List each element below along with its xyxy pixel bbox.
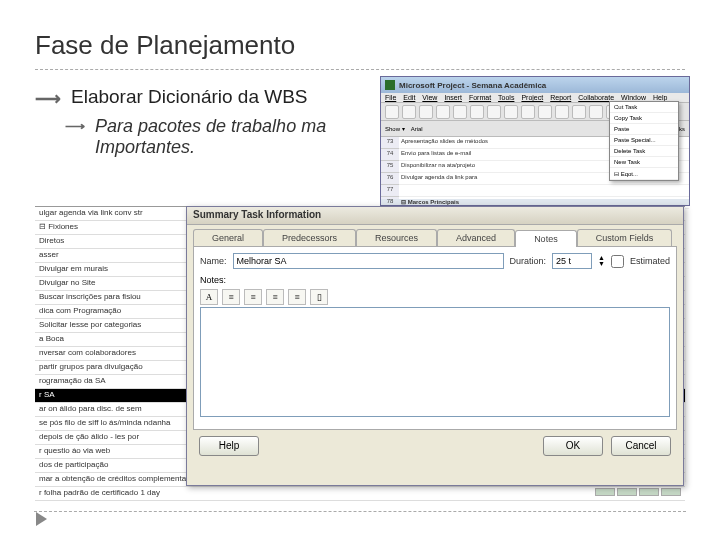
row-label: rogramação da SA (39, 376, 106, 387)
toolbar-button[interactable] (385, 105, 399, 119)
toolbar-button[interactable] (504, 105, 518, 119)
estimated-checkbox[interactable] (611, 255, 624, 268)
row-label: nversar com colaboradores (39, 348, 136, 359)
tab-custom-fields[interactable]: Custom Fields (577, 229, 673, 246)
context-menu[interactable]: Cut Task Copy Task Paste Paste Special..… (609, 101, 679, 181)
gantt-bars (595, 488, 681, 499)
dialog-title: Summary Task Information (187, 207, 683, 225)
menu-collaborate[interactable]: Collaborate (578, 94, 614, 101)
row-label: depois de ção álido - les por (39, 432, 139, 443)
task-row[interactable] (399, 185, 689, 197)
estimated-label: Estimated (630, 256, 670, 266)
toolbar-button[interactable] (589, 105, 603, 119)
menu-edit[interactable]: Edit (403, 94, 415, 101)
dialog-notes-panel: Name: Duration: ▲▼ Estimated Notes: A ≡ … (193, 246, 677, 430)
menu-help[interactable]: Help (653, 94, 667, 101)
row-label: r folha padrão de certificado 1 day (39, 488, 160, 499)
align-left-icon[interactable]: ≡ (222, 289, 240, 305)
tab-general[interactable]: General (193, 229, 263, 246)
table-row[interactable]: r folha padrão de certificado 1 day (35, 487, 685, 501)
toolbar-button[interactable] (555, 105, 569, 119)
row-num: 76 (381, 173, 399, 185)
menu-insert[interactable]: Insert (444, 94, 462, 101)
toolbar-button[interactable] (470, 105, 484, 119)
align-right-icon[interactable]: ≡ (266, 289, 284, 305)
cancel-button[interactable]: Cancel (611, 436, 671, 456)
duration-input[interactable] (552, 253, 592, 269)
name-row: Name: Duration: ▲▼ Estimated (200, 253, 670, 269)
name-input[interactable] (233, 253, 504, 269)
toolbar-button[interactable] (487, 105, 501, 119)
menu-file[interactable]: File (385, 94, 396, 101)
project-titlebar: Microsoft Project - Semana Acadêmica (381, 77, 689, 93)
toolbar-button[interactable] (572, 105, 586, 119)
bullet-icon: ⟶ (35, 88, 61, 110)
help-button[interactable]: Help (199, 436, 259, 456)
tab-resources[interactable]: Resources (356, 229, 437, 246)
sub-bullet-text: Para pacotes de trabalho ma (95, 116, 326, 137)
row-label: dos de participação (39, 460, 108, 471)
row-label: Buscar inscrições para fisiou (39, 292, 141, 303)
slide-title: Fase de Planejamento (35, 30, 685, 61)
row-numbers: 73 74 75 76 77 78 (381, 137, 399, 199)
font-dropdown[interactable]: Arial (411, 126, 423, 132)
dialog-footer: Help OK Cancel (187, 430, 683, 462)
menu-window[interactable]: Window (621, 94, 646, 101)
sub-bullet-text-2: Importantes. (95, 137, 326, 158)
ms-project-window: Microsoft Project - Semana Acadêmica Fil… (380, 76, 690, 206)
row-label: Diretos (39, 236, 64, 247)
bullet-text: Elaborar Dicionário da WBS (71, 86, 308, 108)
menu-report[interactable]: Report (550, 94, 571, 101)
context-item-cut[interactable]: Cut Task (610, 102, 678, 113)
notes-label: Notes: (200, 275, 670, 285)
summary-task-dialog: Summary Task Information General Predece… (186, 206, 684, 486)
show-dropdown[interactable]: Show ▾ (385, 125, 405, 132)
row-label: ar on álido para disc. de sem (39, 404, 142, 415)
project-title-text: Microsoft Project - Semana Acadêmica (399, 81, 546, 90)
align-center-icon[interactable]: ≡ (244, 289, 262, 305)
tab-predecessors[interactable]: Predecessors (263, 229, 356, 246)
dialog-tabs: General Predecessors Resources Advanced … (187, 225, 683, 246)
row-label: a Boca (39, 334, 64, 345)
menu-format[interactable]: Format (469, 94, 491, 101)
context-item-eqot[interactable]: ⊟ Eqot... (610, 168, 678, 180)
row-num: 75 (381, 161, 399, 173)
toolbar-button[interactable] (402, 105, 416, 119)
insert-object-icon[interactable]: ▯ (310, 289, 328, 305)
toolbar-button[interactable] (453, 105, 467, 119)
row-label: Divulgar no Site (39, 278, 95, 289)
context-item-delete[interactable]: Delete Task (610, 146, 678, 157)
context-item-paste[interactable]: Paste (610, 124, 678, 135)
ok-button[interactable]: OK (543, 436, 603, 456)
menu-project[interactable]: Project (521, 94, 543, 101)
play-triangle-icon (36, 512, 47, 526)
context-item-copy[interactable]: Copy Task (610, 113, 678, 124)
duration-label: Duration: (510, 256, 547, 266)
name-label: Name: (200, 256, 227, 266)
context-item-new[interactable]: New Task (610, 157, 678, 168)
tab-notes[interactable]: Notes (515, 230, 577, 247)
font-button[interactable]: A (200, 289, 218, 305)
bullet-list-icon[interactable]: ≡ (288, 289, 306, 305)
duration-spinner[interactable]: ▲▼ (598, 255, 605, 267)
row-num: 74 (381, 149, 399, 161)
project-app-icon (385, 80, 395, 90)
tab-advanced[interactable]: Advanced (437, 229, 515, 246)
row-label: Divulgar em murais (39, 264, 108, 275)
row-label: ulgar agenda via link conv str (39, 208, 143, 219)
title-divider (35, 69, 685, 70)
context-item-paste-special[interactable]: Paste Special... (610, 135, 678, 146)
sub-bullet-icon: ⟶ (65, 118, 85, 134)
row-label: partir grupos para divulgação (39, 362, 143, 373)
toolbar-button[interactable] (538, 105, 552, 119)
row-label: ⊟ Fixiones (39, 222, 78, 233)
notes-textarea[interactable] (200, 307, 670, 417)
row-label: dica com Programação (39, 306, 121, 317)
row-label: Solicitar lesse por categorias (39, 320, 141, 331)
toolbar-button[interactable] (436, 105, 450, 119)
menu-tools[interactable]: Tools (498, 94, 514, 101)
toolbar-button[interactable] (419, 105, 433, 119)
toolbar-button[interactable] (521, 105, 535, 119)
menu-view[interactable]: View (422, 94, 437, 101)
bottom-divider (34, 511, 686, 512)
